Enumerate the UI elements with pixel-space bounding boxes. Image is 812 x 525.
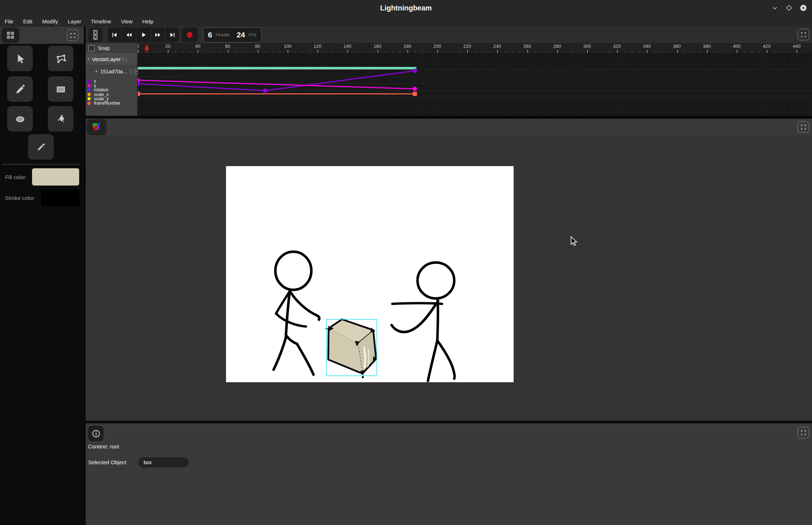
layer-extent-bar[interactable] bbox=[138, 67, 416, 69]
play-button[interactable] bbox=[136, 27, 151, 42]
property-color-dot bbox=[87, 88, 91, 92]
menu-file[interactable]: File bbox=[5, 18, 13, 24]
ruler-label: 360 bbox=[673, 44, 681, 49]
timeline-expand-icon[interactable] bbox=[798, 29, 809, 40]
keyframe-x[interactable] bbox=[263, 88, 267, 93]
object-visibility-toggle-icon[interactable] bbox=[130, 68, 132, 74]
divider bbox=[2, 164, 80, 165]
maximize-icon[interactable] bbox=[785, 4, 793, 12]
rewind-icon bbox=[125, 31, 133, 38]
ruler-label: 140 bbox=[344, 44, 352, 49]
property-label: frameNumber bbox=[94, 101, 120, 106]
fps-value[interactable]: 24 bbox=[236, 31, 245, 39]
property-row-rotation[interactable]: rotation bbox=[86, 88, 137, 92]
ruler-label: 120 bbox=[313, 44, 321, 49]
menu-timeline[interactable]: Timeline bbox=[91, 18, 111, 24]
ruler-tick bbox=[527, 50, 528, 53]
collapse-triangle-icon[interactable]: ▾ bbox=[87, 57, 90, 61]
object-tween-toggle-icon[interactable]: ~ bbox=[135, 69, 138, 74]
timeline-tracks[interactable] bbox=[138, 53, 812, 116]
ruler-label: 220 bbox=[463, 44, 471, 49]
paint-bucket-tool-button[interactable] bbox=[48, 106, 73, 132]
pencil-tool-button[interactable] bbox=[7, 76, 33, 102]
collapse-triangle-icon[interactable]: ▾ bbox=[95, 69, 98, 74]
skip-end-button[interactable] bbox=[166, 27, 179, 42]
ruler-label: 380 bbox=[703, 44, 711, 49]
property-color-dot bbox=[87, 80, 91, 83]
ruler-tick bbox=[677, 50, 678, 53]
ruler-tick bbox=[228, 50, 229, 53]
panel-grid-icon[interactable] bbox=[1, 27, 19, 43]
rectangle-tool-button[interactable] bbox=[48, 76, 73, 102]
ruler-tick bbox=[347, 50, 348, 53]
ruler-tick bbox=[288, 50, 288, 53]
playhead[interactable] bbox=[144, 43, 150, 53]
canvas-expand-icon[interactable] bbox=[798, 121, 809, 133]
property-row-y[interactable]: y bbox=[86, 83, 137, 88]
select-arrow-icon bbox=[15, 53, 26, 64]
stick-figure-right[interactable] bbox=[392, 262, 455, 381]
object-row[interactable]: ▾ 151ad70a... ~ bbox=[86, 65, 137, 77]
ruler-tick bbox=[647, 50, 648, 53]
ruler-label: 420 bbox=[763, 44, 771, 49]
selected-box-object[interactable] bbox=[326, 319, 377, 378]
eyedropper-tool-button[interactable] bbox=[28, 134, 54, 160]
ruler-tick bbox=[737, 50, 737, 53]
skip-end-icon bbox=[169, 31, 176, 38]
record-button[interactable] bbox=[182, 27, 198, 42]
inspector-panel: Context: root Selected Object box bbox=[86, 423, 812, 525]
menu-view[interactable]: View bbox=[121, 18, 132, 24]
frame-value[interactable]: 6 bbox=[208, 31, 212, 39]
keyframe-x[interactable] bbox=[413, 69, 417, 73]
window-title: Lightningbeam bbox=[0, 0, 812, 16]
keyframe-frameNumber[interactable] bbox=[138, 92, 140, 96]
layer-row[interactable]: ▾ VectorLayer [L] bbox=[86, 53, 137, 65]
tools-expand-icon[interactable] bbox=[67, 29, 78, 41]
keyframe-curves[interactable] bbox=[138, 53, 812, 116]
snap-row: Snap bbox=[86, 43, 138, 53]
menu-help[interactable]: Help bbox=[142, 18, 153, 24]
select-tool-button[interactable] bbox=[7, 46, 33, 71]
property-row-scale_x[interactable]: scale_x bbox=[86, 92, 137, 97]
menu-modify[interactable]: Modify bbox=[42, 18, 58, 24]
ruler-tick bbox=[557, 50, 558, 53]
rectangle-icon bbox=[55, 84, 66, 95]
minimize-icon[interactable] bbox=[771, 4, 779, 12]
skip-start-button[interactable] bbox=[108, 27, 122, 42]
curve-y[interactable] bbox=[138, 80, 415, 89]
play-icon bbox=[140, 31, 147, 38]
property-color-dot bbox=[87, 102, 91, 105]
property-row-frameNumber[interactable]: frameNumber bbox=[86, 101, 137, 105]
transform-tool-button[interactable] bbox=[48, 46, 73, 71]
property-row-x[interactable]: x bbox=[86, 79, 137, 83]
fast-forward-button[interactable] bbox=[151, 27, 166, 42]
stroke-color-label: Stroke color: bbox=[5, 195, 35, 201]
menu-edit[interactable]: Edit bbox=[23, 18, 32, 24]
inspector-expand-icon[interactable] bbox=[798, 427, 809, 438]
lightningbeam-logo-icon[interactable] bbox=[87, 119, 107, 135]
stick-figure-left[interactable] bbox=[274, 252, 319, 375]
ruler-label: 20 bbox=[165, 44, 170, 49]
menu-layer[interactable]: Layer bbox=[68, 18, 81, 24]
ruler-tick bbox=[258, 50, 258, 53]
property-color-dot bbox=[87, 97, 91, 100]
selected-object-field[interactable]: box bbox=[138, 457, 189, 467]
keyframe-y[interactable] bbox=[413, 87, 417, 91]
rewind-button[interactable] bbox=[122, 27, 136, 42]
ellipse-tool-button[interactable] bbox=[7, 106, 33, 132]
film-icon[interactable] bbox=[88, 27, 103, 42]
stroke-color-swatch[interactable] bbox=[41, 190, 80, 206]
fill-color-swatch[interactable] bbox=[32, 168, 79, 186]
timeline-layers-sidebar: ▾ VectorLayer [L] ▾ 151ad70a... ~ xyrota… bbox=[86, 53, 138, 116]
tools-panel: Fill color: Stroke color: bbox=[0, 27, 84, 525]
keyframe-y[interactable] bbox=[138, 78, 140, 82]
stage[interactable] bbox=[226, 166, 514, 382]
keyframe-frameNumber[interactable] bbox=[413, 92, 417, 96]
property-list: xyrotationscale_xscale_yframeNumber bbox=[86, 77, 137, 105]
timeline-ruler[interactable]: 0204060801001201401601802002202402602803… bbox=[138, 43, 812, 53]
close-icon[interactable] bbox=[799, 4, 807, 12]
info-icon[interactable] bbox=[88, 426, 104, 441]
ruler-label: 280 bbox=[553, 44, 561, 49]
snap-checkbox[interactable] bbox=[88, 45, 95, 51]
ruler-tick bbox=[407, 50, 408, 53]
